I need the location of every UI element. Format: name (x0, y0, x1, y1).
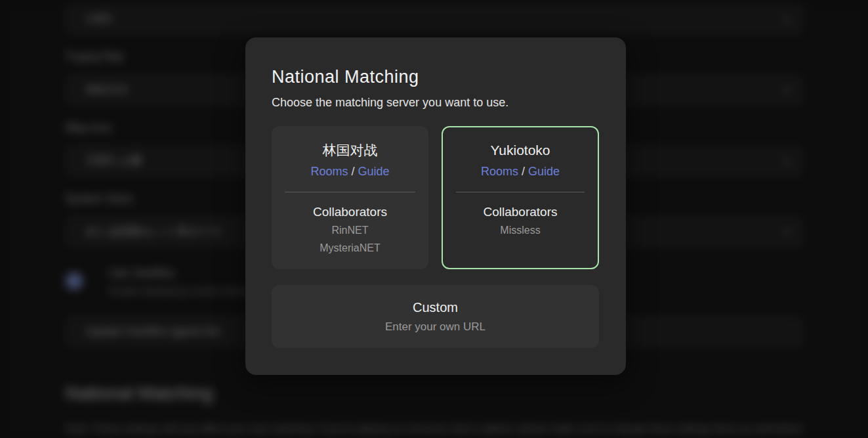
custom-card-title: Custom (272, 297, 599, 317)
rooms-link[interactable]: Rooms (481, 165, 518, 178)
modal-subtitle: Choose the matching server you want to u… (272, 96, 508, 110)
server-links: Rooms / Guide (443, 162, 598, 181)
server-name: 林国对战 (272, 141, 428, 160)
server-name: Yukiotoko (443, 141, 598, 160)
screen: LING Trophy/Title WACCA Map Icon 天冥V 上層 … (0, 0, 868, 438)
national-matching-modal: National Matching Choose the matching se… (245, 37, 626, 375)
server-links: Rooms / Guide (272, 162, 428, 181)
card-divider (456, 192, 585, 192)
collaborator-name: MysteriaNET (272, 239, 428, 257)
rooms-link[interactable]: Rooms (310, 165, 348, 178)
collaborator-name: RinNET (272, 221, 428, 239)
guide-link[interactable]: Guide (358, 165, 390, 178)
guide-link[interactable]: Guide (528, 165, 560, 178)
collaborators-title: Collaborators (443, 203, 598, 221)
custom-card-subtitle: Enter your own URL (272, 318, 599, 336)
modal-title: National Matching (272, 67, 419, 87)
collaborators-title: Collaborators (272, 203, 428, 221)
card-divider (285, 192, 415, 192)
custom-server-card[interactable]: Custom Enter your own URL (272, 285, 599, 348)
server-card-linguo[interactable]: 林国对战 Rooms / Guide Collaborators RinNET … (272, 126, 428, 269)
server-card-yukiotoko[interactable]: Yukiotoko Rooms / Guide Collaborators Mi… (442, 126, 599, 269)
server-cards-row: 林国对战 Rooms / Guide Collaborators RinNET … (272, 126, 599, 269)
collaborator-name: Missless (443, 221, 598, 239)
link-separator: / (522, 165, 528, 178)
link-separator: / (351, 165, 358, 178)
